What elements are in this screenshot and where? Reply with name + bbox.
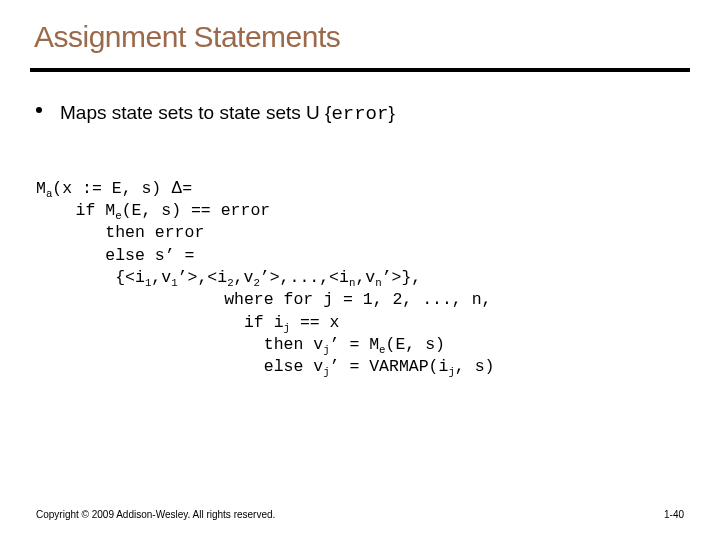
code-l1: Ma(x := E, s) Δ= bbox=[36, 179, 192, 198]
slide-body: Maps state sets to state sets U {error} … bbox=[0, 72, 720, 401]
page-number: 1-40 bbox=[664, 509, 684, 520]
bullet-pre: Maps state sets to state sets U { bbox=[60, 102, 331, 123]
footer: Copyright © 2009 Addison-Wesley. All rig… bbox=[36, 509, 684, 520]
page-title: Assignment Statements bbox=[0, 0, 720, 68]
code-block: Ma(x := E, s) Δ= if Me(E, s) == error th… bbox=[36, 154, 684, 401]
code-l4: else s’ = bbox=[36, 246, 194, 265]
code-l9: else vj’ = VARMAP(ij, s) bbox=[36, 357, 494, 376]
bullet-post: } bbox=[388, 102, 394, 123]
copyright-text: Copyright © 2009 Addison-Wesley. All rig… bbox=[36, 509, 275, 520]
code-l2: if Me(E, s) == error bbox=[36, 201, 270, 220]
bullet-text: Maps state sets to state sets U {error} bbox=[60, 100, 684, 128]
code-l7: if ij == x bbox=[36, 313, 340, 332]
bullet-dot bbox=[36, 100, 60, 128]
code-l5: {<i1,v1’>,<i2,v2’>,...,<in,vn’>}, bbox=[36, 268, 421, 287]
code-l8: then vj’ = Me(E, s) bbox=[36, 335, 445, 354]
bullet-item: Maps state sets to state sets U {error} bbox=[36, 100, 684, 128]
code-l3: then error bbox=[36, 223, 204, 242]
code-l6: where for j = 1, 2, ..., n, bbox=[36, 290, 491, 309]
bullet-mono: error bbox=[331, 103, 388, 125]
